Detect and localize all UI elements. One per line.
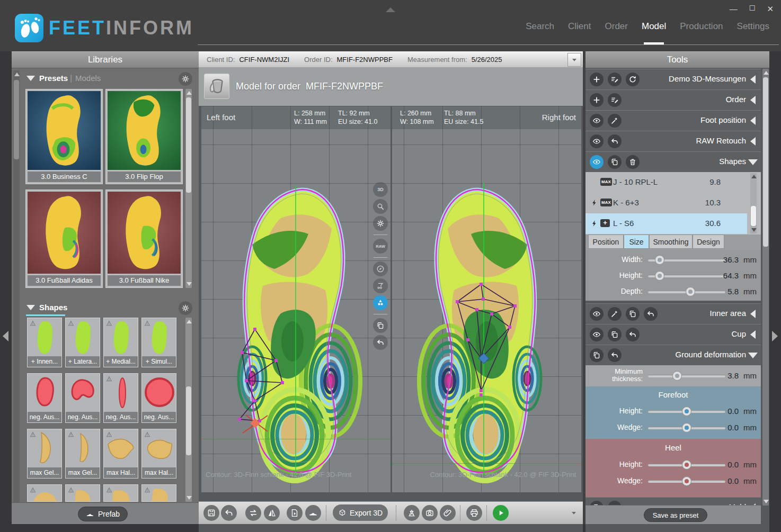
menu-order[interactable]: Order (605, 21, 628, 37)
section-raw-retouch[interactable]: RAW Retouch (585, 131, 761, 152)
compass-tool-button[interactable] (373, 262, 388, 276)
zoom-tool-button[interactable] (373, 199, 388, 214)
tab-presets[interactable]: Presets (39, 74, 68, 83)
shape-card[interactable]: + Simul... (141, 318, 176, 367)
min-thickness-slider[interactable] (648, 375, 725, 377)
shape-list-item-selected[interactable]: + L - S6 30.6 (585, 213, 747, 234)
shapes-visibility-button[interactable] (590, 155, 604, 169)
measurement-dropdown-button[interactable] (567, 53, 581, 67)
auto-position-wand-button[interactable] (608, 114, 622, 128)
toolbar-dropdown-button[interactable] (567, 506, 581, 520)
expand-section-icon[interactable] (750, 330, 756, 339)
menu-settings[interactable]: Settings (737, 21, 769, 37)
tools-scrollbar[interactable] (762, 69, 769, 506)
shape-card[interactable] (65, 484, 100, 502)
menu-search[interactable]: Search (526, 21, 554, 37)
shapes-settings-gear-icon[interactable] (179, 301, 192, 315)
width-slider[interactable] (648, 259, 725, 262)
collapse-section-icon[interactable] (748, 159, 758, 165)
wireframe-tool-button[interactable] (373, 278, 388, 293)
heel-wedge-slider[interactable] (648, 480, 725, 483)
toggle-visibility-button[interactable] (590, 307, 604, 321)
shape-card[interactable]: max Hal... (141, 429, 176, 479)
presets-scrollbar[interactable] (185, 89, 192, 288)
edit-order-button[interactable] (608, 93, 622, 107)
menu-model[interactable]: Model (642, 21, 666, 37)
auto-inner-wand-button[interactable] (608, 307, 622, 321)
shapes-tool-button[interactable] (373, 295, 388, 310)
section-foot-position[interactable]: Foot position (585, 110, 761, 131)
collapse-section-icon[interactable] (748, 353, 758, 358)
toggle-visibility-button[interactable] (590, 328, 604, 341)
delete-shape-button[interactable] (626, 155, 640, 169)
shoe-fit-button[interactable] (305, 505, 321, 521)
add-order-button[interactable] (590, 93, 604, 107)
shape-card[interactable] (27, 484, 62, 502)
copy-inner-button[interactable] (626, 307, 640, 321)
maximize-button[interactable]: ☐ (749, 4, 756, 14)
expand-section-icon[interactable] (750, 75, 756, 84)
shape-card[interactable] (103, 484, 138, 502)
screenshot-button[interactable] (422, 505, 438, 521)
shape-list-scrollbar[interactable] (750, 173, 757, 233)
add-measurement-button[interactable] (590, 73, 604, 86)
section-measurements[interactable]: Demo 3D-Messungen (585, 69, 761, 90)
mirror-button[interactable] (264, 505, 280, 521)
swap-feet-button[interactable] (245, 505, 261, 521)
preset-card-adidas[interactable]: 3.0 Fußball Adidas (25, 190, 103, 288)
view-settings-button[interactable] (373, 216, 388, 231)
forefoot-height-slider[interactable] (648, 410, 725, 413)
copy-ground-button[interactable] (590, 348, 604, 362)
tab-design[interactable]: Design (693, 235, 724, 249)
shape-card[interactable]: neg. Aus... (103, 373, 138, 423)
section-cup[interactable]: Cup (585, 324, 761, 345)
attachment-button[interactable] (440, 505, 456, 521)
scroll-down-icon[interactable] (764, 500, 769, 503)
shape-card[interactable]: neg. Aus... (27, 373, 62, 423)
preset-card-flipflop[interactable]: 3.0 Flip Flop (105, 89, 183, 184)
right-foot-canvas[interactable] (392, 106, 581, 492)
copy-cup-button[interactable] (608, 328, 622, 341)
shape-card[interactable]: + Medial... (103, 318, 138, 367)
depth-slider[interactable] (648, 291, 725, 293)
shape-card[interactable]: + Innen... (27, 318, 62, 367)
section-ground-deformation[interactable]: Ground deformation (585, 345, 761, 366)
raw-view-button[interactable]: RAW (373, 239, 388, 254)
section-order[interactable]: Order (585, 89, 761, 111)
tab-smoothing[interactable]: Smoothing (649, 235, 693, 249)
undo-retouch-button[interactable] (608, 134, 622, 148)
toggle-visibility-button[interactable] (590, 134, 604, 148)
shapes-collapse-icon[interactable] (26, 305, 35, 310)
left-foot-view[interactable]: Left foot L: 258 mm W: 111 mm TL: 92 mm … (201, 106, 390, 492)
run-production-button[interactable] (493, 505, 509, 521)
tab-models[interactable]: Models (75, 74, 101, 83)
scroll-up-icon[interactable] (764, 71, 769, 75)
sidebar-scrollbar[interactable] (13, 70, 20, 506)
collapse-left-panel-button[interactable] (3, 331, 8, 341)
presets-settings-gear-icon[interactable] (179, 72, 192, 86)
undo-tool-button[interactable] (373, 335, 388, 350)
duplicate-tool-button[interactable] (373, 318, 388, 333)
collapse-right-panel-button[interactable] (772, 331, 778, 341)
undo-ground-button[interactable] (608, 348, 622, 362)
save-button[interactable] (203, 505, 219, 521)
forefoot-wedge-slider[interactable] (648, 427, 725, 429)
toggle-visibility-button[interactable] (590, 114, 604, 128)
view-3d-button[interactable]: 3D (373, 182, 388, 197)
shape-card[interactable]: max Gel... (27, 429, 62, 479)
undo-inner-button[interactable] (644, 307, 658, 321)
refresh-measurement-button[interactable] (626, 73, 640, 86)
tab-size[interactable]: Size (624, 235, 649, 249)
shape-card[interactable]: max Hal... (103, 429, 138, 479)
undo-cup-button[interactable] (626, 328, 640, 341)
minimize-button[interactable]: — (730, 4, 738, 14)
scroll-up-icon[interactable] (14, 73, 20, 76)
tab-position[interactable]: Position (588, 235, 624, 249)
shapes-scrollbar[interactable] (185, 318, 192, 502)
shape-card[interactable] (141, 484, 176, 502)
scroll-up-icon[interactable] (751, 175, 757, 178)
export-document-button[interactable] (287, 505, 303, 521)
menu-production[interactable]: Production (680, 21, 723, 37)
section-shapes[interactable]: Shapes (585, 151, 761, 173)
copy-shape-button[interactable] (608, 155, 622, 169)
